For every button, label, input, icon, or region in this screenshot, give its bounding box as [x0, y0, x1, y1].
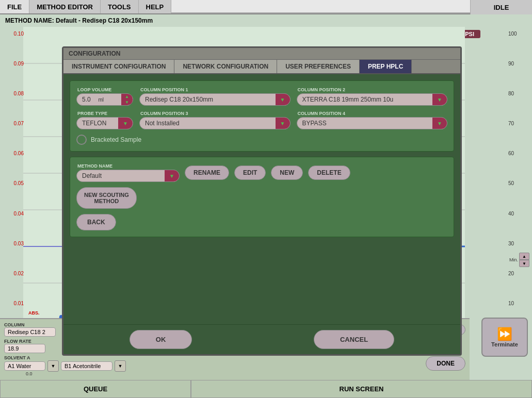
y-axis-left: 0.10 0.09 0.08 0.07 0.06 0.05 0.04 0.03 … — [5, 31, 24, 336]
flow-rate-label: FLOW RATE — [4, 339, 45, 344]
solvent-b-dropdown[interactable]: ▼ — [115, 360, 126, 372]
back-btn[interactable]: BACK — [76, 214, 116, 230]
col-pos2-group: COLUMN POSITION 2 XTERRA C18 19mm 250mm … — [297, 87, 448, 106]
probe-type-group: PROBE TYPE TEFLON — [76, 111, 133, 129]
bracketed-sample-radio[interactable] — [76, 135, 87, 145]
col-pos4-group: COLUMN POSITION 4 BYPASS — [297, 111, 448, 129]
tab-instrument[interactable]: INSTRUMENT CONFIGURATION — [63, 60, 174, 73]
delete-btn[interactable]: DELETE — [308, 165, 350, 180]
scouting-row: NEW SCOUTINGMETHOD — [76, 187, 447, 209]
col-pos2-label: COLUMN POSITION 2 — [298, 87, 448, 92]
terminate-icon: ⏩ — [497, 327, 512, 341]
bracketed-sample-label: Bracketed Sample — [91, 136, 141, 143]
method-name-group: METHOD NAME Default — [76, 163, 180, 182]
length-down-btn[interactable]: ▼ — [519, 260, 529, 267]
dialog-tabs: INSTRUMENT CONFIGURATION NETWORK CONFIGU… — [63, 60, 460, 74]
col-pos1-group: COLUMN POSITION 1 Redisep C18 20x150mm — [139, 87, 291, 106]
method-name-label: METHOD NAME — [77, 163, 180, 169]
probe-type-field[interactable]: TEFLON — [76, 117, 133, 129]
solvent-a-value[interactable]: A1 Water — [4, 361, 45, 371]
method-name-row: METHOD NAME Default RENAME EDIT NEW DELE… — [76, 163, 447, 182]
ok-btn[interactable]: OK — [130, 330, 192, 349]
solvent-row: SOLVENT A A1 Water ▼ B1 Acetonitrile ▼ D… — [4, 355, 465, 372]
flow-rate-value[interactable]: 18.9 — [4, 344, 45, 353]
method-name-text: METHOD NAME: Default - Redisep C18 20x15… — [5, 17, 153, 24]
length-up-btn[interactable]: ▲ — [519, 253, 529, 260]
method-section: METHOD NAME Default RENAME EDIT NEW DELE… — [70, 157, 454, 237]
config-row-2: PROBE TYPE TEFLON COLUMN POSITION 3 Not … — [76, 111, 447, 129]
col-pos3-field[interactable]: Not Installed — [139, 117, 291, 129]
tab-user-prefs[interactable]: USER PREFERENCES — [277, 60, 360, 73]
solvent-a-dropdown[interactable]: ▼ — [47, 360, 59, 372]
col-pos2-dropdown[interactable] — [432, 94, 447, 105]
dialog-header: CONFIGURATION — [63, 48, 460, 60]
col-pos1-label: COLUMN POSITION 1 — [140, 87, 291, 92]
col-pos1-field[interactable]: Redisep C18 20x150mm — [139, 93, 291, 106]
menu-method-editor[interactable]: METHOD EDITOR — [29, 0, 101, 13]
loop-volume-down[interactable] — [121, 100, 133, 105]
dialog-body: LOOP VOLUME 5.0 ml COLUMN POSITION 1 — [63, 74, 460, 324]
col-pos2-field[interactable]: XTERRA C18 19mm 250mm 10u — [297, 93, 448, 106]
loop-volume-up[interactable] — [121, 94, 133, 100]
edit-btn[interactable]: EDIT — [234, 165, 266, 180]
dialog-footer: OK CANCEL — [63, 324, 460, 354]
column-value[interactable]: Redisep C18 2 — [4, 327, 56, 337]
loop-volume-spinner[interactable] — [121, 94, 133, 105]
back-row: BACK — [76, 214, 447, 230]
abs-label: ABS. — [28, 310, 40, 316]
solvent-b-value[interactable]: B1 Acetonitrile — [61, 361, 112, 371]
bracketed-sample-group: Bracketed Sample — [76, 135, 447, 145]
probe-type-label: PROBE TYPE — [77, 111, 133, 116]
method-name-field[interactable]: Default — [76, 170, 180, 182]
cancel-btn[interactable]: CANCEL — [314, 330, 394, 349]
col-pos3-label: COLUMN POSITION 3 — [140, 111, 291, 116]
menubar: FILE METHOD EDITOR TOOLS HELP IDLE — [0, 0, 532, 14]
menu-file[interactable]: FILE — [0, 0, 29, 13]
menu-tools[interactable]: TOOLS — [101, 0, 139, 13]
idle-badge: IDLE — [470, 0, 532, 14]
queue-btn[interactable]: QUEUE — [0, 380, 191, 398]
terminate-btn[interactable]: ⏩ Terminate — [481, 318, 528, 357]
new-scouting-btn[interactable]: NEW SCOUTINGMETHOD — [76, 187, 137, 209]
tab-network[interactable]: NETWORK CONFIGURATION — [174, 60, 277, 73]
rename-btn[interactable]: RENAME — [185, 165, 229, 180]
method-name-dropdown[interactable] — [165, 170, 179, 181]
length-label: Min. — [509, 257, 518, 262]
col-pos1-dropdown[interactable] — [276, 94, 290, 105]
length-control: Min. ▲ ▼ — [509, 253, 529, 267]
status-bar: QUEUE RUN SCREEN — [0, 380, 532, 398]
tab-prep-hplc[interactable]: PREP HPLC — [360, 60, 412, 73]
col-pos4-field[interactable]: BYPASS — [297, 117, 448, 129]
column-label: COLUMN — [4, 322, 56, 327]
y-axis-right: 100 90 80 70 60 50 40 30 20 10 0 — [508, 31, 527, 336]
x-axis-zero: 0.0 — [26, 371, 33, 376]
instrument-config-section: LOOP VOLUME 5.0 ml COLUMN POSITION 1 — [70, 80, 454, 152]
terminate-label: Terminate — [491, 341, 518, 347]
config-row-1: LOOP VOLUME 5.0 ml COLUMN POSITION 1 — [76, 87, 447, 106]
done-btn[interactable]: DONE — [426, 356, 465, 371]
loop-volume-group: LOOP VOLUME 5.0 ml — [76, 87, 133, 106]
loop-volume-label: LOOP VOLUME — [77, 87, 133, 92]
method-name-bar: METHOD NAME: Default - Redisep C18 20x15… — [0, 14, 532, 27]
probe-type-dropdown[interactable] — [118, 118, 133, 129]
col-pos3-dropdown[interactable] — [276, 118, 290, 129]
config-dialog: CONFIGURATION INSTRUMENT CONFIGURATION N… — [62, 46, 462, 356]
col-pos3-group: COLUMN POSITION 3 Not Installed — [139, 111, 291, 129]
solvent-a-label: SOLVENT A — [4, 355, 126, 360]
run-screen-btn[interactable]: RUN SCREEN — [191, 380, 532, 398]
col-pos4-dropdown[interactable] — [432, 118, 447, 129]
col-pos4-label: COLUMN POSITION 4 — [298, 111, 448, 116]
new-btn[interactable]: NEW — [271, 165, 303, 180]
menu-help[interactable]: HELP — [139, 0, 172, 13]
loop-volume-field[interactable]: 5.0 ml — [76, 93, 133, 106]
